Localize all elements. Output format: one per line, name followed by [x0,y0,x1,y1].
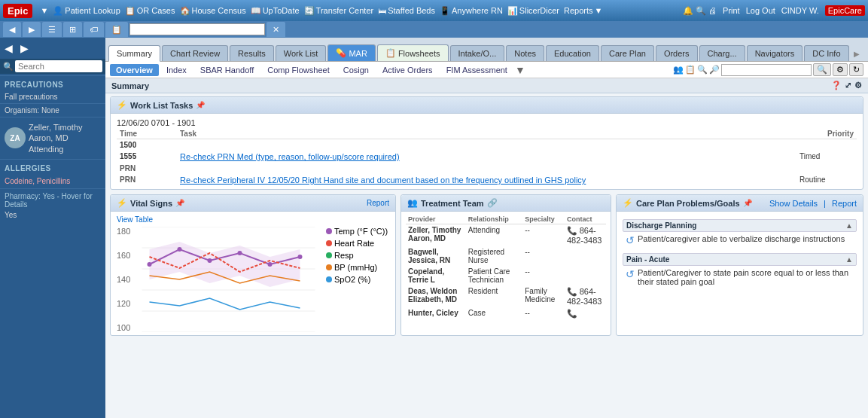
sidebar-back-icon[interactable]: ◀ [2,41,16,56]
nav-uptodate[interactable]: 📖 UpToDate [251,6,300,16]
row2-priority: Timed [796,151,857,163]
nav-forward-btn[interactable]: ▶ [23,22,41,37]
nav-staffed-beds[interactable]: 🛏 Staffed Beds [378,6,435,15]
row2-task[interactable]: Re-check PRN Med (type, reason, follow-u… [177,151,796,163]
vitals-pin-icon: 📌 [175,199,184,207]
tab-charg[interactable]: Charg... [699,45,745,61]
main-layout: ◀ ▶ 🔍 PRECAUTIONS Fall precautions Organ… [0,38,868,418]
help-icon[interactable]: ❓ [831,81,842,90]
copy-icon: 📋 [685,65,696,75]
tab-mar[interactable]: 💊 MAR [327,44,375,61]
rn-icon: 📱 [440,6,450,16]
print-btn[interactable]: Print [723,6,740,15]
worklist-body: 12/06/20 0701 - 1901 Time Task Priority … [111,114,863,189]
sidebar-forward-icon[interactable]: ▶ [17,41,32,56]
tab-intake[interactable]: Intake/O... [450,45,505,61]
contact-5: 📞 [565,307,606,320]
pharmacy-info[interactable]: Pharmacy: Yes - Hover for Details [0,191,105,210]
nav-patient-lookup[interactable]: 👤 Patient Lookup [53,6,120,16]
subtab-index[interactable]: Index [160,64,193,76]
vitals-widget: ⚡ Vital Signs 📌 Report View Table 180 16… [110,194,396,336]
tab-icon-2[interactable]: ⊞ [63,22,82,37]
chart-canvas [136,227,321,332]
people-icon: 👥 [673,65,684,75]
provider-area: ZA Zeller, Timothy Aaron, MD Attending [0,119,105,157]
specialty-4: Family Medicine [522,285,565,307]
search-glass-icon: 🔍 [3,62,14,72]
nav-or-cases[interactable]: 📋 OR Cases [125,6,175,16]
refresh-icon-1: ↺ [626,234,635,246]
tab-flowsheets[interactable]: 📋 Flowsheets [377,44,449,61]
house-icon: 🏠 [180,6,190,16]
epic-dropdown-icon[interactable]: ▼ [40,6,48,15]
patient-search-input[interactable] [129,23,265,35]
pain-chevron-icon[interactable]: ▲ [845,255,853,264]
tab-education[interactable]: Education [546,45,599,61]
row4-priority: Routine [796,174,857,186]
tab-care-plan[interactable]: Care Plan [601,45,654,61]
settings2-icon[interactable]: ⚙ [854,81,862,90]
tab-navigators[interactable]: Navigators [747,45,803,61]
tab-icon-1[interactable]: ☰ [42,22,62,37]
row1-task [177,139,796,151]
logout-btn[interactable]: Log Out [746,6,775,15]
search-go-btn[interactable]: 🔍 [813,63,831,76]
tab-summary[interactable]: Summary [108,45,160,62]
subtab-active-orders[interactable]: Active Orders [376,64,439,76]
provider-avatar: ZA [5,127,26,148]
tab-icon-4[interactable]: 📋 [105,22,128,37]
subtab-fim[interactable]: FIM Assessment [440,64,513,76]
careplan-report-link[interactable]: Report [832,199,857,208]
tab-results[interactable]: Results [230,45,274,61]
sidebar-icon-row: ◀ ▶ [0,38,105,59]
y-180: 180 [117,227,134,236]
nav-right-area: 🔔 🔍 🖨 Print Log Out CINDY W. EpicCare [683,5,865,16]
subtab-overview[interactable]: Overview [110,64,159,76]
expand-icon[interactable]: ⤢ [845,81,851,90]
tab-work-list[interactable]: Work List [276,45,327,61]
nav-back-btn[interactable]: ◀ [3,22,21,37]
refresh-icon-2: ↺ [626,268,635,280]
col-priority: Priority [796,129,857,139]
col-specialty: Specialty [522,215,565,224]
subtab-cosign[interactable]: Cosign [337,64,375,76]
top-nav-bar: Epic ▼ 👤 Patient Lookup 📋 OR Cases 🏠 Hou… [0,0,868,21]
nav-house-census[interactable]: 🏠 House Census [180,6,246,16]
view-table-link[interactable]: View Table [117,215,153,224]
table-row: PRN Re-check Peripheral IV 12/05/20 Righ… [117,174,857,186]
tab-orders[interactable]: Orders [656,45,698,61]
nav-transfer-center[interactable]: 🔄 Transfer Center [304,6,374,16]
epiccare-btn[interactable]: EpicCare [825,5,865,16]
discharge-chevron-icon[interactable]: ▲ [845,221,853,230]
worklist-header: ⚡ Work List Tasks 📌 [111,97,863,114]
overview-search-input[interactable]: Overview [721,64,812,76]
nav-reports[interactable]: Reports ▼ [564,6,602,15]
subtab-sbar[interactable]: SBAR Handoff [194,64,260,76]
content-area: Summary Chart Review Results Work List 💊… [105,38,868,418]
col-task: Task [177,129,796,139]
subtab-comp-flowsheet[interactable]: Comp Flowsheet [261,64,336,76]
row4-task[interactable]: Re-check Peripheral IV 12/05/20 Right Ha… [177,174,796,186]
relationship-2: Registered Nurse [466,246,522,266]
tab-chart-review[interactable]: Chart Review [162,45,228,61]
tabs-more-arrow[interactable]: ▶ [851,47,863,61]
specialty-1: -- [522,224,565,247]
careplan-pin-icon: 📌 [743,199,752,207]
nav-anywhere-rn[interactable]: 📱 Anywhere RN [440,6,503,16]
subtab-more-btn[interactable]: ▼ [515,64,525,76]
tab-icon-3[interactable]: 🏷 [84,22,104,37]
sidebar-divider-3 [0,117,105,117]
vitals-report-link[interactable]: Report [367,199,389,207]
tab-notes[interactable]: Notes [506,45,544,61]
reports-chevron-icon: ▼ [595,6,603,15]
nav-slicerdicer[interactable]: 📊 SlicerDicer [507,6,559,16]
sub-search-area: 👥 📋 🔍 🔎 Overview 🔍 ⚙ ↻ [673,63,863,76]
tab-dc-info[interactable]: DC Info [804,45,848,61]
tab-close-btn[interactable]: ✕ [266,22,285,37]
epic-logo[interactable]: Epic [3,4,32,18]
refresh-btn[interactable]: ↻ [849,63,863,76]
settings-btn[interactable]: ⚙ [833,63,848,76]
show-details-link[interactable]: Show Details [769,199,818,208]
sidebar-divider-2 [0,103,105,104]
sidebar-search-input[interactable] [15,60,102,72]
